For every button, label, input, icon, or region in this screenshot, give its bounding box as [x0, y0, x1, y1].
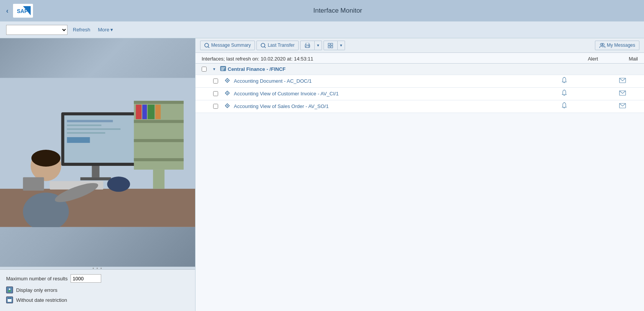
mail-icon-2 [619, 90, 626, 97]
without-date-icon [6, 296, 13, 303]
svg-rect-35 [8, 291, 10, 292]
toolbar: Refresh More ▾ [0, 21, 644, 38]
office-scene-svg [0, 78, 195, 227]
row-name-2[interactable]: Accounting View of Customer Invoice - AV… [234, 91, 561, 97]
last-transfer-label: Last Transfer [268, 43, 294, 48]
row-alert-1 [561, 77, 607, 85]
svg-rect-57 [221, 69, 224, 69]
svg-rect-29 [23, 177, 44, 191]
item-icon-2 [225, 90, 232, 97]
svg-rect-10 [67, 124, 102, 126]
svg-point-30 [107, 177, 130, 192]
svg-rect-49 [328, 43, 330, 45]
bell-icon-3 [561, 102, 567, 111]
checkbox-1[interactable] [213, 79, 218, 83]
svg-point-54 [602, 43, 604, 46]
svg-rect-58 [221, 70, 223, 70]
page-title: Interface Monitor [38, 7, 638, 15]
svg-rect-24 [134, 158, 184, 161]
message-summary-icon [204, 43, 210, 48]
row-mail-3 [607, 103, 638, 110]
filter-select[interactable] [6, 25, 67, 35]
print-button[interactable] [300, 41, 315, 50]
mail-icon-1 [619, 78, 626, 84]
svg-rect-31 [153, 170, 164, 189]
svg-rect-21 [134, 101, 184, 104]
left-panel: • • • Maximum number of results Display … [0, 38, 196, 311]
my-messages-icon [599, 43, 605, 48]
svg-point-41 [205, 43, 209, 47]
svg-point-33 [9, 288, 10, 290]
refresh-info-text: Interfaces; last refresh on: 10.02.2020 … [202, 56, 313, 62]
my-messages-button[interactable]: My Messages [595, 41, 639, 50]
grid-button-group: ▾ [324, 41, 345, 50]
svg-rect-9 [67, 120, 113, 122]
svg-point-61 [227, 80, 228, 81]
svg-rect-26 [142, 105, 147, 119]
row-mail-1 [607, 78, 638, 84]
more-button[interactable]: More ▾ [96, 26, 116, 33]
svg-rect-34 [8, 290, 11, 291]
table-row: Accounting View of Sales Order - AV_SO/1 [196, 100, 644, 113]
row-checkbox-1[interactable] [213, 79, 225, 83]
checkbox-3[interactable] [213, 104, 218, 109]
checkbox-group[interactable] [202, 67, 207, 72]
svg-rect-27 [148, 105, 154, 119]
print-dropdown-button[interactable]: ▾ [315, 41, 322, 50]
max-results-input[interactable] [71, 274, 101, 283]
last-transfer-button[interactable]: Last Transfer [256, 41, 299, 50]
svg-rect-39 [8, 298, 9, 299]
svg-rect-52 [331, 46, 333, 48]
row-checkbox-2[interactable] [213, 91, 225, 96]
table-row: ▾ Central Finance - /FINCF [196, 64, 644, 75]
print-icon [304, 43, 310, 48]
group-icon [220, 65, 228, 73]
message-summary-button[interactable]: Message Summary [200, 41, 255, 50]
row-alert-2 [561, 90, 607, 98]
item-icon-3 [225, 103, 232, 110]
row-alert-3 [561, 102, 607, 111]
action-bar: Message Summary Last Transfer [196, 38, 644, 53]
group-row-name[interactable]: Central Finance - /FINCF [228, 66, 561, 72]
table-area: Interfaces; last refresh on: 10.02.2020 … [196, 53, 644, 311]
grid-dropdown-button[interactable]: ▾ [338, 41, 345, 50]
row-name-1[interactable]: Accounting Document - AC_DOC/1 [234, 78, 561, 84]
svg-text:SAP: SAP [17, 8, 28, 14]
item-icon-1 [225, 78, 232, 84]
max-results-label: Maximum number of results [6, 276, 67, 282]
svg-rect-56 [221, 67, 225, 68]
svg-rect-23 [134, 139, 184, 142]
bell-icon-1 [561, 77, 567, 85]
without-date-row: Without date restriction [6, 296, 189, 303]
row-checkbox-group[interactable] [202, 67, 213, 72]
svg-point-66 [227, 93, 228, 94]
bell-icon-2 [561, 90, 567, 98]
right-panel: Message Summary Last Transfer [196, 38, 644, 311]
svg-rect-51 [328, 46, 330, 48]
svg-point-43 [261, 43, 265, 47]
svg-rect-46 [306, 43, 309, 45]
checkbox-2[interactable] [213, 91, 218, 96]
svg-point-71 [227, 105, 228, 106]
svg-rect-37 [8, 299, 12, 302]
grid-button[interactable] [324, 41, 338, 50]
row-checkbox-3[interactable] [213, 104, 225, 109]
resize-handle[interactable]: • • • [0, 267, 195, 270]
svg-rect-47 [306, 46, 309, 47]
row-mail-2 [607, 90, 638, 97]
alert-col-header: Alert [588, 56, 629, 62]
grid-icon [328, 43, 334, 48]
back-button[interactable]: ‹ [6, 7, 8, 15]
message-summary-label: Message Summary [211, 43, 251, 48]
expand-icon[interactable]: ▾ [213, 67, 220, 72]
table-row: Accounting Document - AC_DOC/1 [196, 75, 644, 88]
refresh-button[interactable]: Refresh [71, 26, 93, 33]
main-layout: • • • Maximum number of results Display … [0, 38, 644, 311]
last-transfer-icon [261, 43, 266, 48]
svg-rect-22 [134, 120, 184, 123]
table-row: Accounting View of Customer Invoice - AV… [196, 88, 644, 100]
max-results-row: Maximum number of results [6, 274, 189, 283]
row-name-3[interactable]: Accounting View of Sales Order - AV_SO/1 [234, 103, 561, 109]
svg-rect-28 [155, 105, 161, 119]
svg-line-44 [264, 47, 266, 48]
